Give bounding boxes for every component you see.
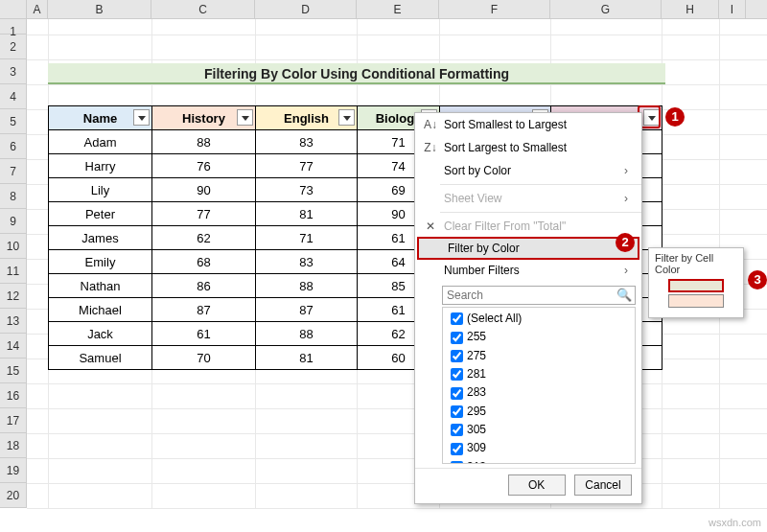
cell[interactable]: Samuel xyxy=(49,346,152,370)
col-E[interactable]: E xyxy=(357,0,439,18)
col-G[interactable]: G xyxy=(550,0,662,18)
row-14[interactable]: 14 xyxy=(0,334,27,359)
checkbox[interactable] xyxy=(451,461,463,464)
menu-sort-by-color[interactable]: Sort by Color › xyxy=(415,159,641,182)
cell[interactable]: 70 xyxy=(152,346,256,370)
filter-icon[interactable] xyxy=(237,109,253,126)
checkbox[interactable] xyxy=(451,332,463,344)
cell[interactable]: 88 xyxy=(256,274,358,298)
menu-sort-color-label: Sort by Color xyxy=(440,164,624,177)
row-13[interactable]: 13 xyxy=(0,309,27,334)
cell[interactable]: 86 xyxy=(152,274,256,298)
row-5[interactable]: 5 xyxy=(0,109,27,134)
row-3[interactable]: 3 xyxy=(0,59,27,84)
list-item[interactable]: 255 xyxy=(447,328,631,346)
cell[interactable]: 87 xyxy=(256,298,358,322)
row-8[interactable]: 8 xyxy=(0,184,27,209)
header-name[interactable]: Name xyxy=(49,106,152,130)
cell[interactable]: Peter xyxy=(49,202,152,226)
checkbox[interactable] xyxy=(451,405,463,418)
list-item[interactable]: (Select All) xyxy=(447,310,631,328)
row-18[interactable]: 18 xyxy=(0,433,27,458)
row-16[interactable]: 16 xyxy=(0,383,27,408)
cell[interactable]: 81 xyxy=(256,346,358,370)
menu-button-row: OK Cancel xyxy=(415,468,641,497)
checkbox[interactable] xyxy=(451,350,463,362)
cell[interactable]: 61 xyxy=(152,322,256,346)
filter-icon[interactable] xyxy=(133,109,150,126)
row-12[interactable]: 12 xyxy=(0,284,27,309)
row-1[interactable]: 1 xyxy=(0,19,27,35)
filter-values-list[interactable]: (Select All) 255 275 281 283 295 305 309… xyxy=(442,307,636,464)
col-H[interactable]: H xyxy=(662,0,719,18)
cell[interactable]: Jack xyxy=(49,322,152,346)
cell[interactable]: 87 xyxy=(152,298,256,322)
row-19[interactable]: 19 xyxy=(0,458,27,483)
row-10[interactable]: 10 xyxy=(0,234,27,259)
row-6[interactable]: 6 xyxy=(0,134,27,159)
cell[interactable]: James xyxy=(49,226,152,250)
cell[interactable]: 90 xyxy=(152,178,256,202)
col-I[interactable]: I xyxy=(719,0,746,18)
cell[interactable]: Nathan xyxy=(49,274,152,298)
cancel-button[interactable]: Cancel xyxy=(574,474,632,496)
header-english[interactable]: English xyxy=(256,106,358,130)
cell[interactable]: 68 xyxy=(152,250,256,274)
sort-asc-icon: A↓ xyxy=(421,118,440,131)
cell[interactable]: Adam xyxy=(49,130,152,154)
list-item[interactable]: 305 xyxy=(447,421,631,439)
list-item[interactable]: 281 xyxy=(447,365,631,383)
list-item[interactable]: 283 xyxy=(447,383,631,402)
row-15[interactable]: 15 xyxy=(0,359,27,383)
cell[interactable]: 83 xyxy=(256,130,358,154)
row-9[interactable]: 9 xyxy=(0,209,27,234)
menu-sort-asc[interactable]: A↓ Sort Smallest to Largest xyxy=(415,113,641,136)
col-F[interactable]: F xyxy=(439,0,550,18)
cell[interactable]: 77 xyxy=(256,154,358,178)
cell[interactable]: Harry xyxy=(49,154,152,178)
menu-number-filters[interactable]: Number Filters › xyxy=(415,259,641,282)
row-20[interactable]: 20 xyxy=(0,483,27,508)
row-17[interactable]: 17 xyxy=(0,408,27,433)
checkbox[interactable] xyxy=(451,312,463,325)
ok-button[interactable]: OK xyxy=(508,474,566,496)
menu-filter-by-color[interactable]: Filter by Color › xyxy=(417,237,639,260)
cell[interactable]: 83 xyxy=(256,250,358,274)
select-all-corner[interactable] xyxy=(0,0,27,18)
menu-sort-desc[interactable]: Z↓ Sort Largest to Smallest xyxy=(415,136,641,159)
col-C[interactable]: C xyxy=(151,0,255,18)
list-item[interactable]: 275 xyxy=(447,347,631,365)
cell[interactable]: 71 xyxy=(256,226,358,250)
color-swatch-2[interactable] xyxy=(668,294,724,308)
col-D[interactable]: D xyxy=(255,0,357,18)
checkbox[interactable] xyxy=(451,443,463,455)
list-item[interactable]: 309 xyxy=(447,439,631,457)
color-swatch-1[interactable] xyxy=(668,279,724,292)
checkbox[interactable] xyxy=(451,368,463,381)
list-item[interactable]: 313 xyxy=(447,458,631,464)
cell[interactable]: Emily xyxy=(49,250,152,274)
search-input[interactable] xyxy=(442,286,636,305)
cell[interactable]: 76 xyxy=(152,154,256,178)
cell[interactable]: 81 xyxy=(256,202,358,226)
row-2[interactable]: 2 xyxy=(0,35,27,59)
cell[interactable]: 73 xyxy=(256,178,358,202)
col-A[interactable]: A xyxy=(27,0,48,18)
cell[interactable]: 77 xyxy=(152,202,256,226)
cell[interactable]: Michael xyxy=(49,298,152,322)
list-item[interactable]: 295 xyxy=(447,403,631,421)
cell[interactable]: 88 xyxy=(152,130,256,154)
cell[interactable]: Lily xyxy=(49,178,152,202)
list-label: 309 xyxy=(467,441,486,454)
filter-icon[interactable] xyxy=(338,109,355,126)
cell[interactable]: 88 xyxy=(256,322,358,346)
row-7[interactable]: 7 xyxy=(0,159,27,184)
sort-desc-icon: Z↓ xyxy=(421,141,440,154)
row-4[interactable]: 4 xyxy=(0,84,27,109)
checkbox[interactable] xyxy=(451,424,463,436)
cell[interactable]: 62 xyxy=(152,226,256,250)
col-B[interactable]: B xyxy=(48,0,151,18)
checkbox[interactable] xyxy=(451,387,463,400)
header-history[interactable]: History xyxy=(152,106,256,130)
row-11[interactable]: 11 xyxy=(0,259,27,284)
